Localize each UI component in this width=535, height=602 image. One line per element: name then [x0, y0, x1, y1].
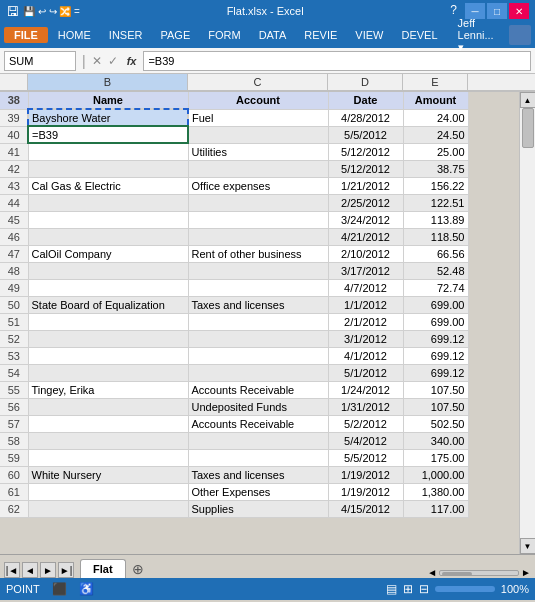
cell-d-39[interactable]: 4/28/2012: [328, 109, 403, 126]
cell-d-49[interactable]: 4/7/2012: [328, 279, 403, 296]
col-header-e[interactable]: E: [403, 74, 468, 91]
menu-insert[interactable]: INSER: [101, 27, 151, 43]
cell-b-39[interactable]: Bayshore Water: [28, 109, 188, 126]
cell-d-51[interactable]: 2/1/2012: [328, 313, 403, 330]
cell-d-50[interactable]: 1/1/2012: [328, 296, 403, 313]
cell-b-44[interactable]: [28, 194, 188, 211]
cell-e-55[interactable]: 107.50: [403, 381, 468, 398]
scroll-thumb[interactable]: [522, 108, 534, 148]
view-normal-icon[interactable]: ▤: [386, 582, 397, 596]
horizontal-scroll[interactable]: ◄ ►: [427, 567, 531, 578]
close-button[interactable]: ✕: [509, 3, 529, 19]
cell-e-56[interactable]: 107.50: [403, 398, 468, 415]
tab-nav-first[interactable]: |◄: [4, 562, 20, 578]
cell-b-62[interactable]: [28, 500, 188, 517]
menu-formulas[interactable]: FORM: [200, 27, 248, 43]
cell-c-44[interactable]: [188, 194, 328, 211]
cell-e-61[interactable]: 1,380.00: [403, 483, 468, 500]
cell-c-49[interactable]: [188, 279, 328, 296]
cell-b-61[interactable]: [28, 483, 188, 500]
hscroll-thumb[interactable]: [442, 572, 472, 576]
cell-d-62[interactable]: 4/15/2012: [328, 500, 403, 517]
cell-b-40[interactable]: =B39: [28, 126, 188, 143]
cell-d-42[interactable]: 5/12/2012: [328, 160, 403, 177]
cell-b-58[interactable]: [28, 432, 188, 449]
zoom-slider[interactable]: [435, 586, 495, 592]
sheet-tab-flat[interactable]: Flat: [80, 559, 126, 578]
vertical-scrollbar[interactable]: ▲ ▼: [519, 92, 535, 554]
cell-c-60[interactable]: Taxes and licenses: [188, 466, 328, 483]
tab-nav-last[interactable]: ►|: [58, 562, 74, 578]
cell-d-56[interactable]: 1/31/2012: [328, 398, 403, 415]
cell-e-48[interactable]: 52.48: [403, 262, 468, 279]
tab-nav-next[interactable]: ►: [40, 562, 56, 578]
hscroll-left[interactable]: ◄: [427, 567, 437, 578]
cell-d-40[interactable]: 5/5/2012: [328, 126, 403, 143]
col-header-b[interactable]: B: [28, 74, 188, 91]
menu-page[interactable]: PAGE: [152, 27, 198, 43]
cell-e-49[interactable]: 72.74: [403, 279, 468, 296]
cell-d-48[interactable]: 3/17/2012: [328, 262, 403, 279]
cell-c-57[interactable]: Accounts Receivable: [188, 415, 328, 432]
cell-e-54[interactable]: 699.12: [403, 364, 468, 381]
cell-d-41[interactable]: 5/12/2012: [328, 143, 403, 160]
cell-d-46[interactable]: 4/21/2012: [328, 228, 403, 245]
grid-scroll-area[interactable]: 38 Name Account Date Amount 39 Bayshore …: [0, 92, 519, 554]
cell-c-52[interactable]: [188, 330, 328, 347]
name-box[interactable]: [4, 51, 76, 71]
cell-b-42[interactable]: [28, 160, 188, 177]
cell-c-40[interactable]: [188, 126, 328, 143]
cell-b-57[interactable]: [28, 415, 188, 432]
header-cell-c[interactable]: Account: [188, 92, 328, 109]
cell-b-41[interactable]: [28, 143, 188, 160]
cell-d-54[interactable]: 5/1/2012: [328, 364, 403, 381]
cell-c-55[interactable]: Accounts Receivable: [188, 381, 328, 398]
cell-d-44[interactable]: 2/25/2012: [328, 194, 403, 211]
cancel-icon[interactable]: ✕: [92, 54, 102, 68]
cell-b-50[interactable]: State Board of Equalization: [28, 296, 188, 313]
cell-b-43[interactable]: Cal Gas & Electric: [28, 177, 188, 194]
scroll-down-button[interactable]: ▼: [520, 538, 536, 554]
cell-c-54[interactable]: [188, 364, 328, 381]
cell-c-50[interactable]: Taxes and licenses: [188, 296, 328, 313]
cell-e-50[interactable]: 699.00: [403, 296, 468, 313]
cell-c-51[interactable]: [188, 313, 328, 330]
cell-e-52[interactable]: 699.12: [403, 330, 468, 347]
menu-data[interactable]: DATA: [251, 27, 295, 43]
col-header-d[interactable]: D: [328, 74, 403, 91]
hscroll-track[interactable]: [439, 570, 519, 576]
cell-d-47[interactable]: 2/10/2012: [328, 245, 403, 262]
cell-b-47[interactable]: CalOil Company: [28, 245, 188, 262]
menu-developer[interactable]: DEVEL: [393, 27, 445, 43]
cell-d-52[interactable]: 3/1/2012: [328, 330, 403, 347]
header-cell-b[interactable]: Name: [28, 92, 188, 109]
cell-e-53[interactable]: 699.12: [403, 347, 468, 364]
cell-c-46[interactable]: [188, 228, 328, 245]
cell-d-61[interactable]: 1/19/2012: [328, 483, 403, 500]
cell-e-47[interactable]: 66.56: [403, 245, 468, 262]
add-sheet-button[interactable]: ⊕: [128, 560, 148, 578]
col-header-c[interactable]: C: [188, 74, 328, 91]
scroll-up-button[interactable]: ▲: [520, 92, 536, 108]
view-pagebreak-icon[interactable]: ⊟: [419, 582, 429, 596]
cell-c-61[interactable]: Other Expenses: [188, 483, 328, 500]
fx-icon[interactable]: fx: [124, 55, 140, 67]
cell-e-41[interactable]: 25.00: [403, 143, 468, 160]
cell-b-54[interactable]: [28, 364, 188, 381]
cell-b-46[interactable]: [28, 228, 188, 245]
cell-c-62[interactable]: Supplies: [188, 500, 328, 517]
cell-b-45[interactable]: [28, 211, 188, 228]
header-cell-e[interactable]: Amount: [403, 92, 468, 109]
cell-b-56[interactable]: [28, 398, 188, 415]
cell-e-46[interactable]: 118.50: [403, 228, 468, 245]
cell-e-60[interactable]: 1,000.00: [403, 466, 468, 483]
menu-file[interactable]: FILE: [4, 27, 48, 43]
cell-d-59[interactable]: 5/5/2012: [328, 449, 403, 466]
cell-d-55[interactable]: 1/24/2012: [328, 381, 403, 398]
cell-d-45[interactable]: 3/24/2012: [328, 211, 403, 228]
cell-c-56[interactable]: Undeposited Funds: [188, 398, 328, 415]
cell-e-62[interactable]: 117.00: [403, 500, 468, 517]
cell-c-39[interactable]: Fuel: [188, 109, 328, 126]
cell-d-53[interactable]: 4/1/2012: [328, 347, 403, 364]
header-cell-d[interactable]: Date: [328, 92, 403, 109]
